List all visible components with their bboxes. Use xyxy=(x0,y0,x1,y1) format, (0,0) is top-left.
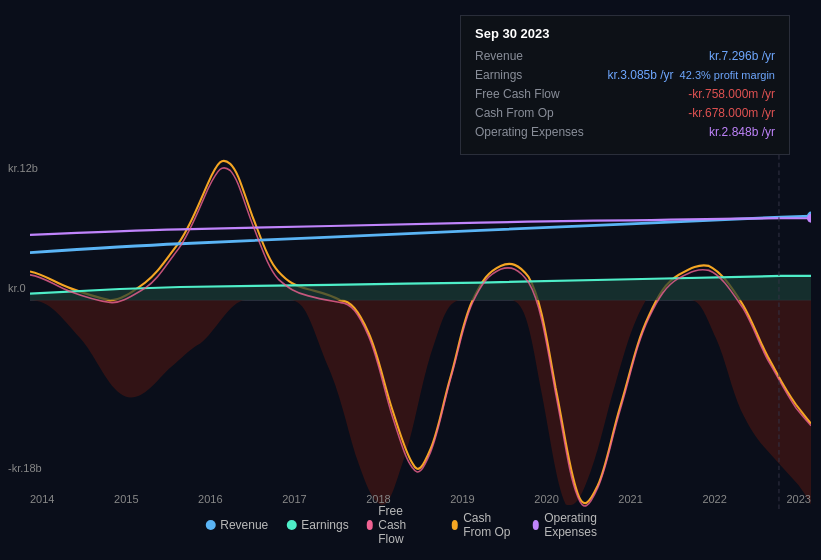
tooltip-label-revenue: Revenue xyxy=(475,49,523,63)
chart-legend: Revenue Earnings Free Cash Flow Cash Fro… xyxy=(205,504,616,546)
tooltip-value-fcf: -kr.758.000m /yr xyxy=(688,87,775,101)
legend-dot-cashfromop xyxy=(452,520,459,530)
x-label-2023: 2023 xyxy=(786,493,810,505)
tooltip-row-fcf: Free Cash Flow -kr.758.000m /yr xyxy=(475,87,775,101)
tooltip-value-opex: kr.2.848b /yr xyxy=(709,125,775,139)
x-label-2015: 2015 xyxy=(114,493,138,505)
legend-earnings: Earnings xyxy=(286,518,348,532)
legend-opex: Operating Expenses xyxy=(533,511,616,539)
tooltip-row-opex: Operating Expenses kr.2.848b /yr xyxy=(475,125,775,139)
chart-area xyxy=(30,155,811,510)
legend-label-fcf: Free Cash Flow xyxy=(378,504,433,546)
y-label-mid: kr.0 xyxy=(8,282,26,294)
legend-dot-fcf xyxy=(367,520,374,530)
tooltip-row-revenue: Revenue kr.7.296b /yr xyxy=(475,49,775,63)
tooltip-value-earnings: kr.3.085b /yr xyxy=(608,68,674,82)
x-label-2022: 2022 xyxy=(702,493,726,505)
legend-dot-earnings xyxy=(286,520,296,530)
legend-fcf: Free Cash Flow xyxy=(367,504,434,546)
tooltip-label-fcf: Free Cash Flow xyxy=(475,87,560,101)
tooltip-label-opex: Operating Expenses xyxy=(475,125,584,139)
tooltip: Sep 30 2023 Revenue kr.7.296b /yr Earnin… xyxy=(460,15,790,155)
tooltip-label-earnings: Earnings xyxy=(475,68,522,82)
tooltip-value-cashfromop: -kr.678.000m /yr xyxy=(688,106,775,120)
legend-dot-revenue xyxy=(205,520,215,530)
legend-label-revenue: Revenue xyxy=(220,518,268,532)
tooltip-profit-margin: 42.3% profit margin xyxy=(680,69,775,81)
legend-label-cashfromop: Cash From Op xyxy=(463,511,514,539)
tooltip-value-revenue: kr.7.296b /yr xyxy=(709,49,775,63)
legend-cashfromop: Cash From Op xyxy=(452,511,515,539)
tooltip-label-cashfromop: Cash From Op xyxy=(475,106,554,120)
chart-container: Sep 30 2023 Revenue kr.7.296b /yr Earnin… xyxy=(0,0,821,560)
legend-revenue: Revenue xyxy=(205,518,268,532)
tooltip-row-earnings: Earnings kr.3.085b /yr 42.3% profit marg… xyxy=(475,68,775,82)
x-label-2014: 2014 xyxy=(30,493,54,505)
x-label-2021: 2021 xyxy=(618,493,642,505)
tooltip-title: Sep 30 2023 xyxy=(475,26,775,41)
tooltip-row-cashfromop: Cash From Op -kr.678.000m /yr xyxy=(475,106,775,120)
legend-label-opex: Operating Expenses xyxy=(544,511,616,539)
legend-label-earnings: Earnings xyxy=(301,518,348,532)
legend-dot-opex xyxy=(533,520,540,530)
